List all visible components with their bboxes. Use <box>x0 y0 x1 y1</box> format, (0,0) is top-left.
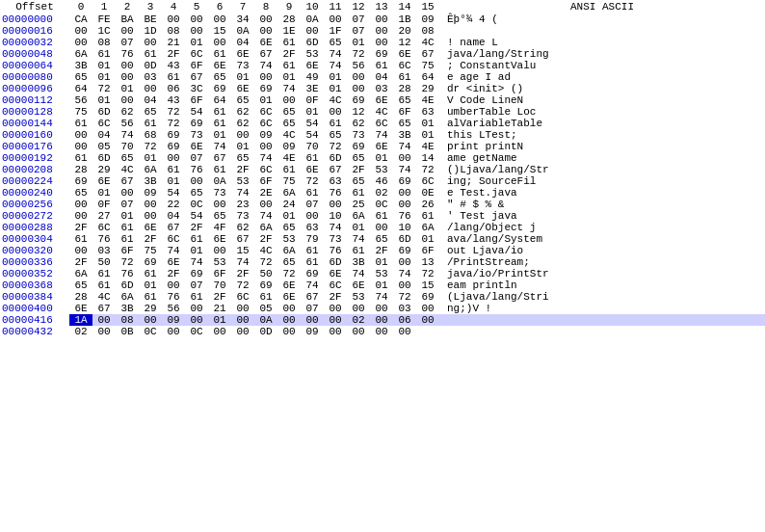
hex-cell[interactable]: 76 <box>324 245 347 256</box>
hex-cell[interactable]: 0D <box>254 326 277 337</box>
hex-cell[interactable]: 6D <box>324 256 347 268</box>
table-row[interactable]: 0000009664720100063C696E69743E0100032829… <box>0 83 765 94</box>
hex-cell[interactable]: 6E <box>69 303 92 314</box>
hex-cell[interactable]: 73 <box>347 129 370 141</box>
hex-cell[interactable]: 46 <box>370 175 393 187</box>
hex-cell[interactable]: 6E <box>231 48 254 60</box>
hex-cell[interactable]: 54 <box>185 210 208 222</box>
hex-cell[interactable]: 6E <box>139 222 162 233</box>
hex-cell[interactable]: 72 <box>231 279 254 291</box>
hex-cell[interactable]: 3B <box>139 175 162 187</box>
hex-cell[interactable]: 1A <box>69 314 92 326</box>
hex-cell[interactable]: 62 <box>231 106 254 118</box>
hex-cell[interactable]: 61 <box>92 279 116 291</box>
hex-cell[interactable]: 6A <box>416 222 439 233</box>
hex-cell[interactable]: 6C <box>370 118 393 129</box>
hex-cell[interactable]: 6A <box>116 291 139 303</box>
hex-cell[interactable]: 02 <box>69 326 92 337</box>
hex-cell[interactable]: 01 <box>208 129 231 141</box>
hex-cell[interactable]: 0E <box>416 187 439 199</box>
hex-cell[interactable]: 00 <box>69 37 92 48</box>
hex-cell[interactable]: 01 <box>370 256 393 268</box>
hex-cell[interactable]: 00 <box>162 152 185 164</box>
hex-cell[interactable]: 63 <box>301 222 324 233</box>
hex-cell[interactable]: 74 <box>370 291 393 303</box>
hex-cell[interactable]: 6E <box>254 37 277 48</box>
hex-cell[interactable]: 00 <box>139 83 162 94</box>
hex-cell[interactable]: 07 <box>301 199 324 210</box>
hex-cell[interactable]: 00 <box>370 314 393 326</box>
hex-cell[interactable]: 00 <box>370 303 393 314</box>
hex-cell[interactable]: 61 <box>139 291 162 303</box>
hex-cell[interactable]: 62 <box>347 118 370 129</box>
hex-cell[interactable]: 6E <box>370 141 393 152</box>
hex-cell[interactable]: 76 <box>185 164 208 175</box>
hex-cell[interactable]: 6F <box>185 94 208 106</box>
hex-cell[interactable]: 56 <box>347 60 370 71</box>
hex-cell[interactable]: 00 <box>277 314 301 326</box>
hex-cell[interactable]: FE <box>92 13 116 25</box>
hex-cell[interactable]: 09 <box>162 314 185 326</box>
hex-cell[interactable]: 61 <box>92 268 116 279</box>
hex-cell[interactable]: 67 <box>92 303 116 314</box>
hex-cell[interactable]: 01 <box>139 279 162 291</box>
hex-cell[interactable]: 6E <box>231 83 254 94</box>
hex-cell[interactable]: 6A <box>139 164 162 175</box>
hex-cell[interactable]: 53 <box>208 256 231 268</box>
hex-cell[interactable]: 6E <box>301 60 324 71</box>
hex-cell[interactable]: 00 <box>393 199 416 210</box>
hex-cell[interactable]: 67 <box>416 48 439 60</box>
hex-cell[interactable]: 15 <box>231 245 254 256</box>
hex-cell[interactable]: 63 <box>416 106 439 118</box>
hex-cell[interactable]: 00 <box>208 326 231 337</box>
hex-cell[interactable]: 08 <box>416 25 439 37</box>
hex-cell[interactable]: 69 <box>208 83 231 94</box>
hex-cell[interactable]: 00 <box>393 279 416 291</box>
hex-cell[interactable]: 2F <box>139 233 162 245</box>
hex-cell[interactable]: 00 <box>92 326 116 337</box>
hex-cell[interactable]: 14 <box>416 152 439 164</box>
hex-cell[interactable]: BE <box>139 13 162 25</box>
hex-cell[interactable]: 61 <box>301 245 324 256</box>
hex-cell[interactable]: 6C <box>92 222 116 233</box>
hex-cell[interactable]: 74 <box>393 164 416 175</box>
hex-cell[interactable]: 6A <box>347 210 370 222</box>
hex-cell[interactable]: 02 <box>347 314 370 326</box>
hex-cell[interactable]: 01 <box>92 60 116 71</box>
hex-cell[interactable]: 00 <box>185 314 208 326</box>
hex-cell[interactable]: 13 <box>416 256 439 268</box>
hex-cell[interactable]: 0C <box>185 199 208 210</box>
hex-cell[interactable]: 65 <box>347 175 370 187</box>
hex-cell[interactable]: 00 <box>370 37 393 48</box>
hex-cell[interactable]: 02 <box>370 187 393 199</box>
hex-cell[interactable]: 74 <box>231 187 254 199</box>
table-row[interactable]: 0000011256010004436F646501000F4C696E654E… <box>0 94 765 106</box>
hex-cell[interactable]: 74 <box>393 268 416 279</box>
hex-cell[interactable]: 3B <box>116 303 139 314</box>
hex-cell[interactable]: 00 <box>69 245 92 256</box>
hex-cell[interactable]: 72 <box>416 268 439 279</box>
hex-cell[interactable]: 73 <box>324 233 347 245</box>
hex-cell[interactable]: 61 <box>139 268 162 279</box>
hex-cell[interactable]: 69 <box>162 141 185 152</box>
hex-cell[interactable]: 2F <box>254 233 277 245</box>
hex-cell[interactable]: 72 <box>301 175 324 187</box>
hex-cell[interactable]: 6D <box>301 37 324 48</box>
hex-cell[interactable]: 69 <box>185 118 208 129</box>
hex-cell[interactable]: 01 <box>92 187 116 199</box>
hex-cell[interactable]: 09 <box>416 13 439 25</box>
hex-cell[interactable]: 28 <box>277 13 301 25</box>
table-row[interactable]: 00000000CAFEBABE0000003400280A0007001B09… <box>0 13 765 25</box>
hex-cell[interactable]: 69 <box>393 175 416 187</box>
hex-cell[interactable]: 3B <box>347 256 370 268</box>
hex-cell[interactable]: 53 <box>370 268 393 279</box>
hex-cell[interactable]: 00 <box>370 222 393 233</box>
hex-cell[interactable]: 0A <box>301 13 324 25</box>
hex-cell[interactable]: 28 <box>393 83 416 94</box>
hex-cell[interactable]: 2F <box>208 291 231 303</box>
hex-cell[interactable]: 23 <box>231 199 254 210</box>
hex-cell[interactable]: 65 <box>277 222 301 233</box>
hex-cell[interactable]: 01 <box>347 222 370 233</box>
hex-cell[interactable]: 2F <box>370 245 393 256</box>
hex-cell[interactable]: 56 <box>162 303 185 314</box>
